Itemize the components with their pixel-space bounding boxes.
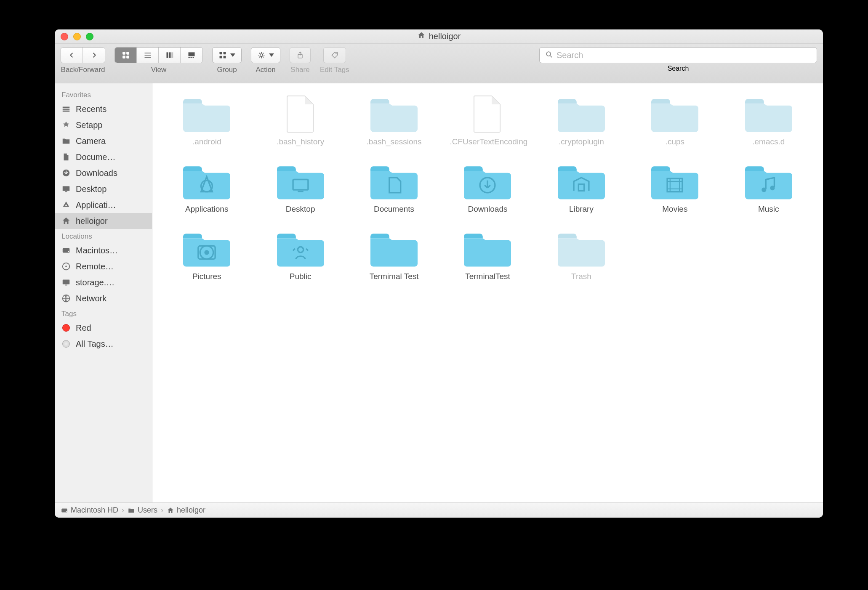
file-item[interactable]: Pictures bbox=[160, 226, 253, 294]
file-item[interactable]: .emacs.d bbox=[722, 92, 815, 159]
remote-disc-icon bbox=[61, 261, 72, 272]
folder-icon bbox=[275, 228, 326, 269]
folder-icon bbox=[275, 161, 326, 202]
home-icon bbox=[167, 507, 174, 514]
file-item[interactable]: Applications bbox=[160, 159, 253, 226]
file-item-label: .bash_history bbox=[277, 137, 324, 146]
search-icon bbox=[545, 50, 553, 60]
sidebar-item[interactable]: Remote… bbox=[55, 258, 152, 274]
file-item[interactable]: .cups bbox=[628, 92, 722, 159]
path-crumb[interactable]: Macintosh HD bbox=[61, 506, 118, 515]
forward-button[interactable] bbox=[83, 48, 105, 63]
folder-icon bbox=[556, 93, 607, 135]
sidebar-item[interactable]: Red bbox=[55, 320, 152, 336]
file-item[interactable]: Downloads bbox=[441, 159, 534, 226]
file-item-label: Downloads bbox=[468, 205, 507, 214]
back-button[interactable] bbox=[61, 48, 83, 63]
sidebar-heading: Favorites bbox=[55, 88, 152, 101]
sidebar-item-label: Recents bbox=[76, 104, 107, 114]
edit-tags-button[interactable] bbox=[323, 47, 346, 63]
file-item-label: TerminalTest bbox=[465, 272, 510, 281]
sidebar-item[interactable]: storage.… bbox=[55, 274, 152, 290]
file-item[interactable]: .android bbox=[160, 92, 253, 159]
file-icon bbox=[462, 93, 513, 135]
content-area[interactable]: .android.bash_history .bash_sessions.CFU… bbox=[152, 83, 823, 502]
list-view-button[interactable] bbox=[137, 48, 159, 63]
monitor-icon bbox=[61, 277, 72, 288]
tags-group: Edit Tags bbox=[320, 47, 349, 74]
file-item[interactable]: Termimal Test bbox=[347, 226, 441, 294]
tags-label: Edit Tags bbox=[320, 66, 349, 74]
file-icon bbox=[275, 93, 326, 135]
chevron-down-icon bbox=[269, 53, 274, 57]
file-item[interactable]: Trash bbox=[535, 226, 628, 294]
search-group: Search bbox=[539, 47, 817, 72]
view-group: View bbox=[114, 47, 203, 74]
folder-icon bbox=[181, 93, 232, 135]
column-view-button[interactable] bbox=[159, 48, 181, 63]
home-icon bbox=[61, 215, 72, 226]
path-crumb-label: Users bbox=[138, 506, 157, 515]
group-button[interactable] bbox=[212, 47, 242, 63]
share-label: Share bbox=[290, 66, 309, 74]
finder-window: helloigor Back/Forward View bbox=[55, 29, 823, 518]
folder-icon bbox=[369, 93, 419, 135]
file-item-label: Music bbox=[758, 205, 779, 214]
folder-icon bbox=[743, 93, 794, 135]
file-item[interactable]: Desktop bbox=[253, 159, 347, 226]
hdd-icon bbox=[61, 507, 68, 514]
file-item[interactable]: .bash_history bbox=[253, 92, 347, 159]
folder-icon bbox=[181, 228, 232, 269]
sidebar-heading: Locations bbox=[55, 229, 152, 242]
file-item-label: .android bbox=[192, 137, 221, 146]
share-button[interactable] bbox=[290, 47, 311, 63]
sidebar-item-label: Macintos… bbox=[76, 246, 118, 255]
file-item-label: Documents bbox=[374, 205, 414, 214]
file-item[interactable]: Documents bbox=[347, 159, 441, 226]
zoom-button[interactable] bbox=[86, 33, 93, 40]
applications-icon bbox=[61, 199, 72, 210]
minimize-button[interactable] bbox=[73, 33, 81, 40]
file-item[interactable]: .cryptoplugin bbox=[535, 92, 628, 159]
sidebar-item[interactable]: Desktop bbox=[55, 181, 152, 197]
action-button[interactable] bbox=[251, 47, 280, 63]
file-item[interactable]: Library bbox=[535, 159, 628, 226]
sidebar-item[interactable]: Recents bbox=[55, 101, 152, 117]
sidebar-item[interactable]: All Tags… bbox=[55, 336, 152, 352]
path-crumb[interactable]: Users bbox=[128, 506, 157, 515]
folder-icon bbox=[462, 228, 513, 269]
search-input[interactable] bbox=[556, 50, 812, 60]
file-item[interactable]: Movies bbox=[628, 159, 722, 226]
svg-point-39 bbox=[205, 250, 209, 255]
gallery-view-button[interactable] bbox=[181, 48, 202, 63]
search-label: Search bbox=[668, 65, 689, 72]
file-item-label: Library bbox=[569, 205, 594, 214]
file-item[interactable]: .CFUserTextEncoding bbox=[441, 92, 534, 159]
file-item[interactable]: TerminalTest bbox=[441, 226, 534, 294]
sidebar-item[interactable]: helloigor bbox=[55, 213, 152, 229]
sidebar-item[interactable]: Network bbox=[55, 290, 152, 306]
sidebar-item[interactable]: Downloads bbox=[55, 165, 152, 181]
svg-point-37 bbox=[770, 186, 775, 190]
file-item-label: Trash bbox=[571, 272, 591, 281]
sidebar-item[interactable]: Setapp bbox=[55, 117, 152, 133]
search-field[interactable] bbox=[539, 47, 817, 63]
back-forward-label: Back/Forward bbox=[61, 66, 105, 74]
file-item[interactable]: Public bbox=[253, 226, 347, 294]
minifolder-icon bbox=[128, 507, 135, 514]
sidebar-item[interactable]: Docume… bbox=[55, 149, 152, 165]
sidebar-item-label: All Tags… bbox=[76, 339, 114, 349]
network-icon bbox=[61, 293, 72, 304]
folder-icon bbox=[650, 161, 700, 202]
close-button[interactable] bbox=[61, 33, 68, 40]
sidebar-item[interactable]: Macintos… bbox=[55, 242, 152, 258]
file-item[interactable]: Music bbox=[722, 159, 815, 226]
file-item-label: Desktop bbox=[286, 205, 315, 214]
sidebar-item[interactable]: Applicati… bbox=[55, 197, 152, 213]
hdd-icon bbox=[61, 245, 72, 256]
sidebar-item[interactable]: Camera bbox=[55, 133, 152, 149]
path-crumb[interactable]: helloigor bbox=[167, 506, 205, 515]
sidebar-item-label: Network bbox=[76, 294, 107, 303]
file-item[interactable]: .bash_sessions bbox=[347, 92, 441, 159]
icon-view-button[interactable] bbox=[115, 48, 137, 63]
